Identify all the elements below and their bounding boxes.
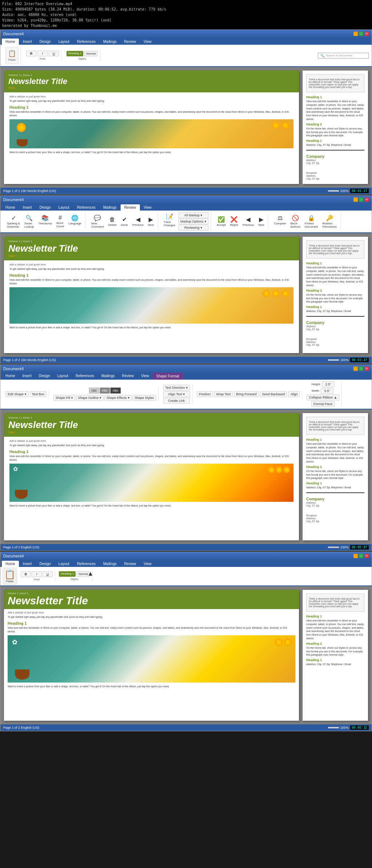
new-comment-btn[interactable]: 💬 NewComment [90, 214, 105, 229]
shape-effects-btn[interactable]: Shape Effects ▾ [104, 395, 132, 401]
create-link-btn[interactable]: Create Link [163, 398, 190, 404]
zoom-slider-4[interactable] [317, 727, 339, 728]
bold-btn-4[interactable]: B [21, 571, 31, 577]
minimize-btn-3[interactable]: – [353, 367, 358, 371]
tab-home-1[interactable]: Home [2, 39, 19, 45]
delete-comment-btn[interactable]: 🗑 Delete [107, 216, 118, 227]
next-comment-btn[interactable]: ▶ Next [146, 215, 155, 227]
tab-home-4[interactable]: Home [2, 561, 19, 567]
restore-btn-3[interactable]: □ [359, 367, 363, 371]
close-btn-3[interactable]: ✕ [364, 367, 369, 371]
tab-home-3[interactable]: Home [2, 373, 19, 380]
spelling-btn[interactable]: ✓ Spelling &Grammar [5, 214, 21, 229]
shape-outline-btn[interactable]: Shape Outline ▾ [76, 395, 104, 401]
width-value[interactable]: 5.5" [321, 388, 333, 394]
all-markup-btn[interactable]: All Markup ▾ [178, 212, 209, 218]
tab-layout-4[interactable]: Layout [55, 561, 73, 567]
underline-btn-4[interactable]: U [43, 571, 53, 577]
tab-review-3[interactable]: Review [118, 373, 138, 380]
tab-view-4[interactable]: View [140, 561, 155, 567]
accept-btn[interactable]: ✅ Accept [215, 215, 227, 227]
bring-forward-btn[interactable]: Bring Forward [234, 391, 259, 397]
track-changes-btn[interactable]: 📝 TrackChanges [162, 212, 177, 231]
minimize-btn-2[interactable]: – [353, 197, 358, 202]
shape-styles-btn[interactable]: Shape Styles [133, 395, 156, 401]
restrict-btn[interactable]: 🔑 RestrictPermission [321, 214, 338, 229]
align-btn[interactable]: Align [288, 391, 300, 397]
abc-btn-1[interactable]: Abc [89, 388, 99, 393]
prev-change-btn[interactable]: ◀ Previous [241, 215, 255, 227]
zoom-slider-1[interactable] [317, 190, 339, 192]
next-change-btn[interactable]: ▶ Next [257, 215, 266, 227]
close-btn-1[interactable]: ✕ [364, 32, 369, 36]
shape-fill-btn[interactable]: Shape Fill ▾ [53, 395, 75, 401]
bold-btn[interactable]: B [26, 51, 36, 56]
smart-lookup-btn[interactable]: 🔍 SmartLookup [23, 214, 35, 229]
paste-btn-label[interactable]: Paste [6, 580, 13, 583]
tab-view-2[interactable]: View [140, 204, 155, 211]
collapse-ribbon-btn[interactable]: Collapse Ribbon ▲ [307, 395, 339, 400]
style-heading1-4[interactable]: Heading 1 [59, 571, 76, 577]
restore-btn-4[interactable]: □ [359, 554, 363, 558]
underline-btn[interactable]: U [49, 51, 59, 56]
tab-references-1[interactable]: References [73, 39, 99, 45]
tab-mailings-1[interactable]: Mailings [100, 39, 120, 45]
abc-btn-2[interactable]: Abc [100, 388, 110, 393]
tab-design-4[interactable]: Design [36, 561, 54, 567]
search-bar-1[interactable]: 🔍 Search in Document [318, 53, 369, 59]
tab-insert-4[interactable]: Insert [19, 561, 36, 567]
tab-references-3[interactable]: References [72, 373, 98, 380]
edit-shape-btn[interactable]: Edit Shape ▾ [5, 391, 29, 397]
style-normal[interactable]: Normal [84, 51, 98, 56]
tab-review-1[interactable]: Review [121, 39, 140, 45]
tab-home-2[interactable]: Home [2, 204, 19, 211]
tab-insert-3[interactable]: Insert [19, 373, 35, 380]
tab-layout-3[interactable]: Layout [54, 373, 72, 380]
text-direction-btn[interactable]: Text Direction ▾ [163, 385, 190, 391]
tab-review-2[interactable]: Review [121, 204, 140, 211]
prev-comment-btn[interactable]: ◀ Previous [131, 215, 145, 227]
tab-layout-1[interactable]: Layout [55, 39, 73, 45]
italic-btn[interactable]: I [37, 51, 48, 56]
tab-insert-1[interactable]: Insert [19, 39, 36, 45]
close-btn-2[interactable]: ✕ [364, 197, 369, 202]
tab-mailings-2[interactable]: Mailings [100, 204, 120, 211]
height-value[interactable]: 2.5" [322, 381, 335, 387]
style-normal-4[interactable]: Normal [76, 571, 90, 577]
send-backward-btn[interactable]: Send Backward [260, 391, 287, 397]
zoom-slider-2[interactable] [317, 359, 339, 361]
compare-btn[interactable]: ⚖ Compare [272, 214, 287, 229]
reviewing-btn[interactable]: Reviewing ▾ [178, 225, 209, 231]
restore-btn-2[interactable]: □ [359, 197, 363, 202]
language-btn[interactable]: 🌐 Language [67, 214, 83, 229]
protect-btn[interactable]: 🔒 ProtectDocument [303, 214, 319, 229]
tab-insert-2[interactable]: Insert [19, 204, 36, 211]
restore-btn-1[interactable]: □ [359, 32, 363, 36]
tab-view-1[interactable]: View [140, 39, 155, 45]
minimize-btn-4[interactable]: – [353, 554, 358, 558]
tab-shape-format[interactable]: Shape Format [153, 373, 183, 380]
position-btn[interactable]: Position [197, 391, 213, 397]
text-box-btn[interactable]: Text Box [30, 391, 47, 397]
minimize-btn-1[interactable]: – [353, 32, 358, 36]
block-authors-btn[interactable]: 🚫 BlockAuthors [289, 214, 302, 229]
tab-mailings-4[interactable]: Mailings [100, 561, 120, 567]
tab-design-3[interactable]: Design [35, 373, 54, 380]
zoom-slider-3[interactable] [317, 547, 339, 548]
tab-design-1[interactable]: Design [36, 39, 54, 45]
tab-mailings-3[interactable]: Mailings [98, 373, 118, 380]
align-text-btn[interactable]: Align Text ▾ [163, 391, 190, 397]
tab-view-3[interactable]: View [138, 373, 153, 380]
italic-btn-4[interactable]: I [32, 571, 42, 577]
tab-references-2[interactable]: References [73, 204, 99, 211]
tab-references-4[interactable]: References [73, 561, 99, 567]
abc-btn-3[interactable]: Abc [110, 388, 121, 393]
markup-options-btn[interactable]: Markup Options ▾ [178, 219, 209, 224]
word-count-btn[interactable]: # WordCount [55, 214, 65, 229]
close-btn-4[interactable]: ✕ [364, 554, 369, 558]
tab-review-4[interactable]: Review [121, 561, 140, 567]
thesaurus-btn[interactable]: 📚 Thesaurus [37, 214, 53, 229]
wrap-text-btn[interactable]: Wrap Text [214, 391, 233, 397]
tab-layout-2[interactable]: Layout [55, 204, 73, 211]
reject-btn[interactable]: ❌ Reject [229, 215, 240, 227]
